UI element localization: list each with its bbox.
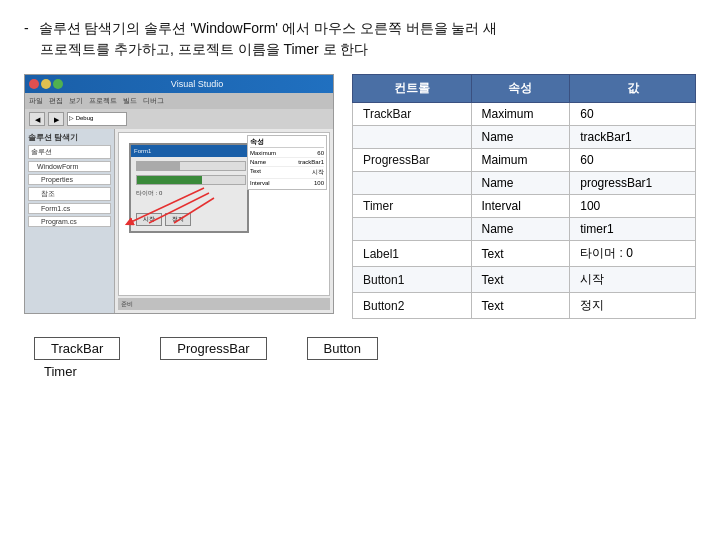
properties-table-wrap: 컨트롤 속성 값 TrackBarMaximum60NametrackBar1P…	[352, 74, 696, 319]
table-row: TrackBarMaximum60	[353, 103, 696, 126]
table-row: Button1Text시작	[353, 267, 696, 293]
titlebar-label: Visual Studio	[65, 79, 329, 89]
table-row: Label1Text타이머 : 0	[353, 241, 696, 267]
table-row: Nametimer1	[353, 218, 696, 241]
cell-value: 정지	[570, 293, 696, 319]
col-header-control: 컨트롤	[353, 75, 472, 103]
content-area: Visual Studio 파일 편집 보기 프로젝트 빌드 디버그 ◀ ▶ ▷…	[24, 74, 696, 319]
cell-value: 60	[570, 103, 696, 126]
minimize-btn	[41, 79, 51, 89]
cell-value: 100	[570, 195, 696, 218]
close-btn	[29, 79, 39, 89]
sim-titlebar: Visual Studio	[25, 75, 333, 93]
progressbar-group: ProgressBar	[160, 337, 266, 360]
cell-control: Label1	[353, 241, 472, 267]
sim-sidebar: 솔루션 탐색기 솔루션 WindowForm Properties 참조 For…	[25, 129, 115, 313]
cell-control	[353, 126, 472, 149]
table-row: NametrackBar1	[353, 126, 696, 149]
trackbar-label: TrackBar	[34, 337, 120, 360]
cell-control: Timer	[353, 195, 472, 218]
table-row: TimerInterval100	[353, 195, 696, 218]
table-row: ProgressBarMaimum60	[353, 149, 696, 172]
cell-property: Maximum	[471, 103, 570, 126]
table-row: NameprogressBar1	[353, 172, 696, 195]
button-group: Button	[307, 337, 379, 360]
cell-control: Button2	[353, 293, 472, 319]
button-label: Button	[307, 337, 379, 360]
screenshot-area: Visual Studio 파일 편집 보기 프로젝트 빌드 디버그 ◀ ▶ ▷…	[24, 74, 334, 314]
cell-property: Name	[471, 172, 570, 195]
cell-property: Interval	[471, 195, 570, 218]
bottom-labels: TrackBar Timer ProgressBar Button	[24, 337, 696, 379]
properties-table: 컨트롤 속성 값 TrackBarMaximum60NametrackBar1P…	[352, 74, 696, 319]
header-line1: 솔루션 탐색기의 솔루션 'WindowForm' 에서 마우스 오른쪽 버튼을…	[39, 20, 498, 36]
header-text: - 솔루션 탐색기의 솔루션 'WindowForm' 에서 마우스 오른쪽 버…	[24, 18, 696, 60]
maximize-btn	[53, 79, 63, 89]
cell-property: Maimum	[471, 149, 570, 172]
cell-property: Text	[471, 293, 570, 319]
cell-property: Name	[471, 126, 570, 149]
timer-label: Timer	[44, 364, 77, 379]
cell-control	[353, 172, 472, 195]
cell-value: timer1	[570, 218, 696, 241]
cell-value: progressBar1	[570, 172, 696, 195]
cell-value: 타이머 : 0	[570, 241, 696, 267]
cell-control: ProgressBar	[353, 149, 472, 172]
dash: -	[24, 20, 29, 36]
cell-value: 시작	[570, 267, 696, 293]
cell-property: Text	[471, 267, 570, 293]
progressbar-label: ProgressBar	[160, 337, 266, 360]
cell-value: 60	[570, 149, 696, 172]
col-header-property: 속성	[471, 75, 570, 103]
header-line2: 프로젝트를 추가하고, 프로젝트 이름을 Timer 로 한다	[40, 41, 368, 57]
cell-control: TrackBar	[353, 103, 472, 126]
col-header-value: 값	[570, 75, 696, 103]
table-row: Button2Text정지	[353, 293, 696, 319]
cell-control	[353, 218, 472, 241]
cell-value: trackBar1	[570, 126, 696, 149]
cell-control: Button1	[353, 267, 472, 293]
trackbar-group: TrackBar Timer	[34, 337, 120, 379]
cell-property: Text	[471, 241, 570, 267]
cell-property: Name	[471, 218, 570, 241]
